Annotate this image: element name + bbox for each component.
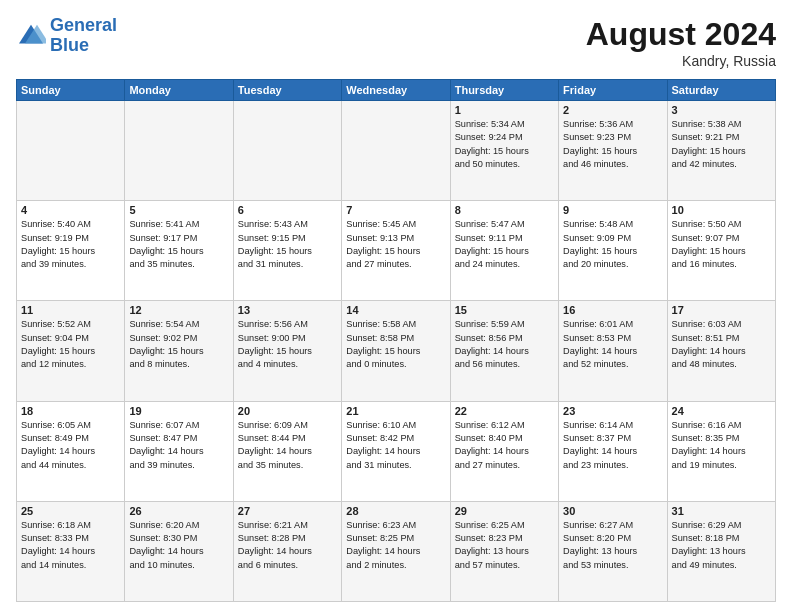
day-number: 5 [129,204,228,216]
calendar-cell: 7Sunrise: 5:45 AM Sunset: 9:13 PM Daylig… [342,201,450,301]
calendar-cell: 9Sunrise: 5:48 AM Sunset: 9:09 PM Daylig… [559,201,667,301]
day-number: 24 [672,405,771,417]
day-info: Sunrise: 6:25 AM Sunset: 8:23 PM Dayligh… [455,519,554,572]
logo-text: General Blue [50,16,117,56]
week-row-2: 4Sunrise: 5:40 AM Sunset: 9:19 PM Daylig… [17,201,776,301]
calendar-cell: 12Sunrise: 5:54 AM Sunset: 9:02 PM Dayli… [125,301,233,401]
day-number: 11 [21,304,120,316]
day-number: 29 [455,505,554,517]
calendar-cell: 21Sunrise: 6:10 AM Sunset: 8:42 PM Dayli… [342,401,450,501]
day-info: Sunrise: 5:34 AM Sunset: 9:24 PM Dayligh… [455,118,554,171]
day-info: Sunrise: 5:48 AM Sunset: 9:09 PM Dayligh… [563,218,662,271]
calendar-cell: 22Sunrise: 6:12 AM Sunset: 8:40 PM Dayli… [450,401,558,501]
calendar-cell: 10Sunrise: 5:50 AM Sunset: 9:07 PM Dayli… [667,201,775,301]
location-title: Kandry, Russia [586,53,776,69]
day-info: Sunrise: 6:01 AM Sunset: 8:53 PM Dayligh… [563,318,662,371]
day-number: 17 [672,304,771,316]
day-number: 2 [563,104,662,116]
day-info: Sunrise: 6:20 AM Sunset: 8:30 PM Dayligh… [129,519,228,572]
day-number: 7 [346,204,445,216]
day-number: 3 [672,104,771,116]
day-number: 15 [455,304,554,316]
weekday-header-friday: Friday [559,80,667,101]
calendar-cell: 24Sunrise: 6:16 AM Sunset: 8:35 PM Dayli… [667,401,775,501]
calendar-cell: 20Sunrise: 6:09 AM Sunset: 8:44 PM Dayli… [233,401,341,501]
day-info: Sunrise: 6:14 AM Sunset: 8:37 PM Dayligh… [563,419,662,472]
calendar-cell: 4Sunrise: 5:40 AM Sunset: 9:19 PM Daylig… [17,201,125,301]
day-info: Sunrise: 5:58 AM Sunset: 8:58 PM Dayligh… [346,318,445,371]
day-info: Sunrise: 6:03 AM Sunset: 8:51 PM Dayligh… [672,318,771,371]
day-info: Sunrise: 5:38 AM Sunset: 9:21 PM Dayligh… [672,118,771,171]
day-number: 23 [563,405,662,417]
calendar-cell: 28Sunrise: 6:23 AM Sunset: 8:25 PM Dayli… [342,501,450,601]
logo-icon [16,21,46,51]
weekday-header-thursday: Thursday [450,80,558,101]
calendar-cell: 27Sunrise: 6:21 AM Sunset: 8:28 PM Dayli… [233,501,341,601]
calendar-cell: 1Sunrise: 5:34 AM Sunset: 9:24 PM Daylig… [450,101,558,201]
day-info: Sunrise: 6:18 AM Sunset: 8:33 PM Dayligh… [21,519,120,572]
day-number: 26 [129,505,228,517]
day-number: 19 [129,405,228,417]
weekday-header-wednesday: Wednesday [342,80,450,101]
day-number: 16 [563,304,662,316]
day-info: Sunrise: 5:56 AM Sunset: 9:00 PM Dayligh… [238,318,337,371]
calendar-cell [342,101,450,201]
day-number: 31 [672,505,771,517]
day-number: 13 [238,304,337,316]
calendar-cell: 26Sunrise: 6:20 AM Sunset: 8:30 PM Dayli… [125,501,233,601]
header: General Blue August 2024 Kandry, Russia [16,16,776,69]
day-number: 28 [346,505,445,517]
day-info: Sunrise: 5:43 AM Sunset: 9:15 PM Dayligh… [238,218,337,271]
calendar-cell: 25Sunrise: 6:18 AM Sunset: 8:33 PM Dayli… [17,501,125,601]
calendar-cell [233,101,341,201]
week-row-3: 11Sunrise: 5:52 AM Sunset: 9:04 PM Dayli… [17,301,776,401]
day-info: Sunrise: 5:52 AM Sunset: 9:04 PM Dayligh… [21,318,120,371]
day-info: Sunrise: 5:40 AM Sunset: 9:19 PM Dayligh… [21,218,120,271]
day-info: Sunrise: 6:16 AM Sunset: 8:35 PM Dayligh… [672,419,771,472]
calendar-cell [17,101,125,201]
day-number: 12 [129,304,228,316]
calendar-cell: 23Sunrise: 6:14 AM Sunset: 8:37 PM Dayli… [559,401,667,501]
calendar-cell: 3Sunrise: 5:38 AM Sunset: 9:21 PM Daylig… [667,101,775,201]
calendar-cell: 30Sunrise: 6:27 AM Sunset: 8:20 PM Dayli… [559,501,667,601]
calendar-cell: 8Sunrise: 5:47 AM Sunset: 9:11 PM Daylig… [450,201,558,301]
day-info: Sunrise: 6:10 AM Sunset: 8:42 PM Dayligh… [346,419,445,472]
day-number: 22 [455,405,554,417]
day-info: Sunrise: 6:09 AM Sunset: 8:44 PM Dayligh… [238,419,337,472]
weekday-header-sunday: Sunday [17,80,125,101]
day-info: Sunrise: 5:41 AM Sunset: 9:17 PM Dayligh… [129,218,228,271]
week-row-5: 25Sunrise: 6:18 AM Sunset: 8:33 PM Dayli… [17,501,776,601]
weekday-header-row: SundayMondayTuesdayWednesdayThursdayFrid… [17,80,776,101]
day-number: 6 [238,204,337,216]
weekday-header-monday: Monday [125,80,233,101]
month-title: August 2024 [586,16,776,53]
day-number: 8 [455,204,554,216]
calendar-cell: 13Sunrise: 5:56 AM Sunset: 9:00 PM Dayli… [233,301,341,401]
title-block: August 2024 Kandry, Russia [586,16,776,69]
day-number: 25 [21,505,120,517]
weekday-header-tuesday: Tuesday [233,80,341,101]
calendar-cell: 18Sunrise: 6:05 AM Sunset: 8:49 PM Dayli… [17,401,125,501]
calendar-cell: 15Sunrise: 5:59 AM Sunset: 8:56 PM Dayli… [450,301,558,401]
day-number: 4 [21,204,120,216]
calendar-cell [125,101,233,201]
day-number: 21 [346,405,445,417]
day-info: Sunrise: 5:36 AM Sunset: 9:23 PM Dayligh… [563,118,662,171]
day-info: Sunrise: 5:54 AM Sunset: 9:02 PM Dayligh… [129,318,228,371]
week-row-4: 18Sunrise: 6:05 AM Sunset: 8:49 PM Dayli… [17,401,776,501]
calendar-cell: 6Sunrise: 5:43 AM Sunset: 9:15 PM Daylig… [233,201,341,301]
day-info: Sunrise: 6:12 AM Sunset: 8:40 PM Dayligh… [455,419,554,472]
day-info: Sunrise: 6:21 AM Sunset: 8:28 PM Dayligh… [238,519,337,572]
day-info: Sunrise: 5:50 AM Sunset: 9:07 PM Dayligh… [672,218,771,271]
calendar-cell: 16Sunrise: 6:01 AM Sunset: 8:53 PM Dayli… [559,301,667,401]
day-info: Sunrise: 5:45 AM Sunset: 9:13 PM Dayligh… [346,218,445,271]
calendar-cell: 19Sunrise: 6:07 AM Sunset: 8:47 PM Dayli… [125,401,233,501]
day-number: 9 [563,204,662,216]
day-number: 10 [672,204,771,216]
day-info: Sunrise: 6:23 AM Sunset: 8:25 PM Dayligh… [346,519,445,572]
day-info: Sunrise: 6:27 AM Sunset: 8:20 PM Dayligh… [563,519,662,572]
page: General Blue August 2024 Kandry, Russia … [0,0,792,612]
day-number: 18 [21,405,120,417]
calendar-table: SundayMondayTuesdayWednesdayThursdayFrid… [16,79,776,602]
day-info: Sunrise: 5:59 AM Sunset: 8:56 PM Dayligh… [455,318,554,371]
